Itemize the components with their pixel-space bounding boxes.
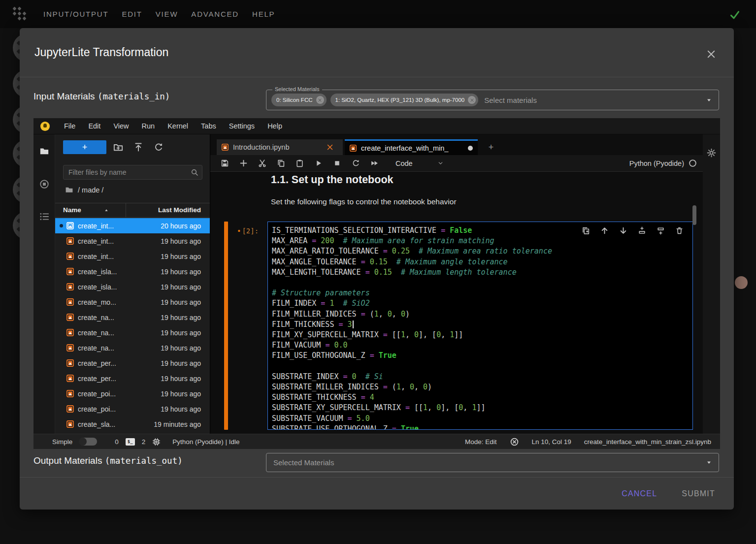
submit-button[interactable]: SUBMIT [682, 489, 715, 498]
jlab-menu-file[interactable]: File [58, 122, 82, 130]
run-button[interactable] [314, 159, 323, 167]
topbar-menu-input-output[interactable]: INPUT/OUTPUT [43, 10, 108, 18]
terminal-icon[interactable]: $_ [126, 438, 135, 446]
file-row[interactable]: create_per...19 hours ago [55, 355, 210, 371]
code-line[interactable]: SUBSTRATE_MILLER_INDICES = (1, 0, 0) [272, 382, 692, 392]
code-line[interactable]: MAX_AREA = 200 # Maximum area for strain… [272, 236, 692, 246]
terminal-count[interactable]: 0 [115, 438, 119, 446]
kernel-chip-icon[interactable] [152, 438, 161, 446]
copy-button[interactable] [277, 159, 285, 167]
code-line[interactable]: FILM_USE_ORTHOGONAL_Z = True [272, 351, 692, 361]
jlab-menu-edit[interactable]: Edit [82, 122, 107, 130]
column-header-name[interactable]: Name [63, 206, 81, 214]
close-tab-icon[interactable] [326, 143, 334, 151]
upload-button[interactable] [133, 142, 143, 152]
notebook-scrollbar[interactable] [692, 205, 696, 225]
file-row[interactable]: create_isla...19 hours ago [55, 279, 210, 294]
code-line[interactable]: SUBSTRATE_XY_SUPERCELL_MATRIX = [[1, 0],… [272, 403, 692, 413]
code-line[interactable]: MAX_LENGTH_TOLERANCE = 0.15 # Maximum le… [272, 267, 692, 278]
simple-mode-toggle[interactable] [79, 438, 97, 446]
new-tab-button[interactable]: + [484, 139, 498, 155]
code-line[interactable]: FILM_INDEX = 1 # SiO2 [272, 298, 692, 309]
code-line[interactable]: FILM_MILLER_INDICES = (1, 0, 0) [272, 309, 692, 320]
cancel-button[interactable]: CANCEL [622, 489, 657, 498]
code-line[interactable] [272, 361, 692, 372]
new-folder-button[interactable] [113, 142, 123, 152]
file-row[interactable]: create_na...19 hours ago [55, 310, 210, 325]
code-line[interactable]: SUBSTRATE_THICKNESS = 4 [272, 392, 692, 403]
file-row[interactable]: create_isla...19 hours ago [55, 264, 210, 279]
tab-create-interface[interactable]: create_interface_with_min_ [345, 139, 478, 155]
topbar-menu-help[interactable]: HELP [252, 10, 275, 18]
code-line[interactable]: SUBSTRATE_USE_ORTHOGONAL_Z = True [272, 424, 692, 430]
kernel-status-icon[interactable] [689, 159, 697, 167]
file-row[interactable]: create_poi...19 hours ago [55, 401, 210, 416]
gear-icon[interactable] [707, 148, 716, 158]
jlab-menu-tabs[interactable]: Tabs [195, 122, 223, 130]
column-header-modified[interactable]: Last Modified [158, 206, 201, 214]
jlab-menu-view[interactable]: View [107, 122, 135, 130]
jlab-menu-kernel[interactable]: Kernel [161, 122, 195, 130]
kernel-name[interactable]: Python (Pyodide) [629, 160, 684, 167]
file-row[interactable]: create_int...19 hours ago [55, 249, 210, 264]
cell-type-select[interactable]: Code [395, 160, 413, 167]
jlab-menu-settings[interactable]: Settings [223, 122, 261, 130]
side-drag-handle[interactable] [735, 276, 748, 289]
move-down-button[interactable] [619, 226, 627, 235]
stop-button[interactable] [333, 159, 341, 167]
code-line[interactable]: MAX_ANGLE_TOLERANCE = 0.15 # Maximum ang… [272, 257, 692, 267]
topbar-menu-advanced[interactable]: ADVANCED [191, 10, 239, 18]
insert-above-button[interactable] [638, 226, 646, 235]
filter-files-input[interactable] [63, 165, 202, 180]
chevron-down-icon[interactable] [706, 97, 712, 103]
save-button[interactable] [221, 159, 229, 167]
add-cell-button[interactable] [239, 159, 248, 167]
code-line[interactable]: SUBSTRATE_INDEX = 0 # Si [272, 372, 692, 382]
file-row[interactable]: create_poi...19 hours ago [55, 386, 210, 401]
editor-mode[interactable]: Mode: Edit [465, 438, 497, 446]
output-materials-select[interactable]: Selected Materials [266, 453, 719, 472]
code-line[interactable]: # Structure parameters [272, 288, 692, 298]
kernel-count[interactable]: 2 [142, 438, 146, 446]
file-row[interactable]: create_mo...19 hours ago [55, 294, 210, 310]
code-editor[interactable]: IS_TERMINATIONS_SELECTION_INTERACTIVE = … [267, 222, 693, 430]
file-row[interactable]: create_int...20 hours ago [55, 218, 210, 233]
cursor-position[interactable]: Ln 10, Col 19 [532, 438, 571, 446]
file-row[interactable]: create_na...19 hours ago [55, 340, 210, 355]
insert-below-button[interactable] [657, 226, 665, 235]
restart-button[interactable] [352, 159, 360, 167]
code-line[interactable]: SUBSTRATE_VACUUM = 5.0 [272, 414, 692, 424]
delete-button[interactable] [675, 226, 684, 235]
unsaved-dot-icon[interactable] [468, 146, 473, 151]
file-row[interactable]: create_per...19 hours ago [55, 371, 210, 386]
tab-introduction-ipynb[interactable]: Introduction.ipynb [217, 139, 343, 155]
app-logo-icon[interactable] [13, 7, 28, 22]
jlab-menu-run[interactable]: Run [135, 122, 162, 130]
material-chip[interactable]: 0: Silicon FCC [271, 94, 327, 106]
cell-collapser[interactable] [224, 222, 228, 430]
topbar-menu-edit[interactable]: EDIT [122, 10, 142, 18]
code-line[interactable]: FILM_THICKNESS = 3 [272, 320, 692, 330]
code-line[interactable]: FILM_VACUUM = 0.0 [272, 340, 692, 351]
topbar-menu-view[interactable]: VIEW [156, 10, 178, 18]
file-browser-tab-icon[interactable] [39, 146, 49, 156]
kernel-status-text[interactable]: Python (Pyodide) | Idle [172, 438, 239, 446]
paste-button[interactable] [296, 159, 304, 167]
input-materials-select[interactable]: Selected Materials 0: Silicon FCC1: SiO2… [266, 90, 719, 110]
code-line[interactable] [272, 278, 692, 288]
jlab-menu-help[interactable]: Help [261, 122, 289, 130]
code-line[interactable]: FILM_XY_SUPERCELL_MATRIX = [[1, 0], [0, … [272, 330, 692, 340]
cut-button[interactable] [258, 159, 266, 167]
close-dialog-button[interactable] [705, 49, 717, 61]
file-row[interactable]: create_sla...19 minutes ago [55, 416, 210, 432]
fast-forward-button[interactable] [370, 159, 379, 167]
breadcrumb[interactable]: / made / [65, 186, 103, 194]
file-row[interactable]: create_int...19 hours ago [55, 233, 210, 249]
remove-chip-icon[interactable] [316, 96, 324, 104]
move-up-button[interactable] [600, 226, 609, 235]
duplicate-button[interactable] [582, 226, 590, 235]
running-sessions-icon[interactable] [39, 179, 49, 189]
new-launcher-button[interactable]: + [63, 140, 106, 154]
material-chip[interactable]: 1: SiO2, Quartz, HEX (P3_121) 3D (Bulk),… [330, 94, 479, 106]
file-row[interactable]: create_na...19 hours ago [55, 325, 210, 340]
